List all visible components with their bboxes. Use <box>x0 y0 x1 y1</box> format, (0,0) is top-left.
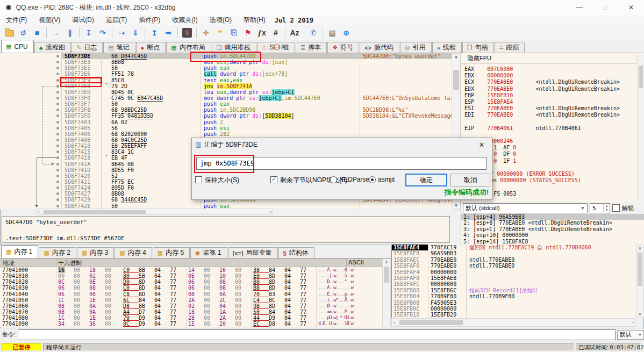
memory-row[interactable]: 7704101000000200805B04770E001000E08D0477… <box>0 273 382 279</box>
memory-row[interactable]: 7704100016001800C08B04771400160038840477… <box>0 267 382 273</box>
scroll-thumb[interactable] <box>638 253 642 286</box>
breakpoint-dot-icon[interactable] <box>56 145 59 147</box>
settings-globe-icon[interactable]: ⊕ <box>340 27 353 39</box>
register-row[interactable]: EDI 770EABE0 <ntdll.DbgUiRemoteBreakin> <box>464 112 644 118</box>
tab-graph[interactable]: ♣流程图 <box>34 42 71 53</box>
tab-notes[interactable]: ▤笔记 <box>103 42 135 53</box>
tab-dump4[interactable]: ▦内存 4 <box>115 247 152 258</box>
disassembly-hscrollbar[interactable]: ‹ › <box>37 209 273 215</box>
tab-locals[interactable]: [x=]局部变量 <box>228 247 278 258</box>
disasm-row[interactable]: 5D8F73F0C745 0C E047C45Dmov dword ptr ss… <box>0 95 452 101</box>
menu-item[interactable]: 视图(V) <box>33 16 66 25</box>
tab-threads[interactable]: »线程 <box>432 42 462 53</box>
patches-icon[interactable]: ✚ <box>199 27 212 39</box>
step-over-icon[interactable]: ↷ <box>96 27 109 39</box>
tab-dump2[interactable]: ▦内存 2 <box>39 247 76 258</box>
disasm-row[interactable]: 5D8F73E38B08mov ecx,dword ptr ds:[eax] <box>0 59 452 65</box>
minimize-button[interactable]: — <box>567 0 592 15</box>
scroll-thumb[interactable] <box>44 210 146 214</box>
memory-row[interactable]: 770410801C001E0070D9047728002A0044D90477… <box>0 315 382 321</box>
register-row[interactable]: ESI 770EABE0 <ntdll.DbgUiRemoteBreakin> <box>464 105 644 112</box>
scroll-thumb[interactable] <box>384 267 389 283</box>
scroll-thumb[interactable] <box>639 66 643 88</box>
maximize-button[interactable]: □ <box>592 0 618 15</box>
argument-row[interactable]: 4: [esp+10] 00000000 <box>461 232 644 238</box>
breakpoint-dot-icon[interactable] <box>56 103 59 105</box>
assemble-instruction-input[interactable]: jmp 0x5D8F73E9 <box>196 157 486 170</box>
step-out-icon[interactable]: ↥ <box>148 27 161 39</box>
breakpoint-dot-icon[interactable] <box>56 205 59 207</box>
scroll-thumb[interactable] <box>399 320 463 325</box>
stack-row[interactable]: 15E8FAEC770EABE0ntdll.770EABE0 <box>392 257 636 263</box>
register-row[interactable]: EBX 00000000 <box>464 73 644 79</box>
crc-icon[interactable]: # <box>269 27 282 39</box>
register-row[interactable]: EBP 15E8FB10 <box>464 92 644 99</box>
disasm-row[interactable]: 5D8F740668 82020000push 282 <box>0 131 452 137</box>
tab-source[interactable]: <>源代码 <box>360 42 399 53</box>
register-row[interactable]: ESP 15E8FAE4 <box>464 99 644 105</box>
execute-till-return-icon[interactable]: ⇓ <box>129 27 142 39</box>
breakpoint-dot-icon[interactable] <box>56 91 59 94</box>
stack-row[interactable]: 15E8FAF400000000 <box>392 269 636 275</box>
breakpoint-dot-icon[interactable] <box>56 198 59 201</box>
dialog-close-icon[interactable]: ✕ <box>475 141 489 149</box>
unlock-checkbox[interactable] <box>612 204 620 212</box>
register-row[interactable] <box>464 119 644 125</box>
argument-row[interactable]: 1: [esp+4] 96A59BB3 <box>461 214 644 220</box>
memory-scrollbar[interactable]: ∧ <box>382 258 391 327</box>
stack-row[interactable]: 15E8FB0C00000000 <box>392 306 636 312</box>
breakpoint-dot-icon[interactable] <box>56 133 59 135</box>
breakpoint-dot-icon[interactable] <box>56 114 59 117</box>
strings-icon[interactable]: S <box>182 28 192 38</box>
tab-script[interactable]: ≣脚本 <box>296 42 327 53</box>
memory-row[interactable]: 77041090340036000CD904771E002000ECD80477… <box>0 321 382 327</box>
breakpoint-dot-icon[interactable] <box>56 186 59 189</box>
breakpoint-dot-icon[interactable] <box>56 61 59 63</box>
run-icon[interactable]: → <box>49 27 62 39</box>
run-to-user-code-icon[interactable]: ⇒ <box>162 27 175 39</box>
calculator-icon[interactable]: ▦ <box>326 27 339 39</box>
breakpoint-dot-icon[interactable] <box>56 121 59 124</box>
tab-trace[interactable]: ∴跟踪 <box>495 42 525 53</box>
remote-icon[interactable]: ✆ <box>307 27 320 39</box>
stack-row[interactable]: 15E8FAF0770EABE0ntdll.770EABE0 <box>392 263 636 269</box>
ok-button[interactable]: 确定 <box>405 174 447 186</box>
nop-fill-checkbox[interactable] <box>270 176 277 183</box>
argument-row[interactable]: 5: [esp+14] 15E8FAE8 <box>461 239 644 245</box>
menu-item[interactable]: 文件(F) <box>0 16 33 25</box>
register-row[interactable]: EIP 770B4061 ntdll.770B4061 <box>464 125 644 132</box>
stack-row[interactable]: 15E8FB0015E8FB6C指向SEH_Record[1]的指针 <box>392 288 636 293</box>
stepper-arrows-icon[interactable]: ▴▾ <box>603 204 610 212</box>
arguments-list[interactable]: 1: [esp+4] 96A59BB32: [esp+8] 770EABE0 <… <box>461 214 644 245</box>
stack-row[interactable]: 15E8FAE896A59BB3 <box>392 250 636 256</box>
breakpoint-dot-icon[interactable] <box>56 169 59 171</box>
argument-row[interactable]: 2: [esp+8] 770EABE0 <ntdll.DbgUiRemoteBr… <box>461 220 644 226</box>
disasm-row[interactable]: 5D8F73E6FF51 78call dword ptr ds:[ecx+78… <box>0 71 452 77</box>
keep-size-checkbox[interactable] <box>195 176 202 183</box>
stack-row[interactable]: 15E8FB1015E8FB20 <box>392 312 636 318</box>
tab-struct[interactable]: §结构体 <box>278 247 314 258</box>
tab-handles[interactable]: ❒句柄 <box>462 42 494 53</box>
disasm-row[interactable]: 5D8F73EBˇ79 2Djns im.5D8F741A <box>0 83 452 89</box>
asmjit-radio[interactable] <box>369 176 376 183</box>
step-into-icon[interactable]: ↧ <box>82 27 95 39</box>
tab-dump3[interactable]: ▦内存 3 <box>77 247 114 258</box>
disasm-row[interactable]: 5D8F74036A 02push 2 <box>0 119 452 125</box>
scroll-right-icon[interactable]: › <box>632 320 634 325</box>
stack-row[interactable]: 15E8FB04770B9F80ntdll.770B9F80 <box>392 293 636 299</box>
restart-icon[interactable]: ↺ <box>17 27 30 39</box>
scroll-right-icon[interactable]: › <box>270 209 271 215</box>
breakpoint-dot-icon[interactable] <box>56 97 59 99</box>
menu-item[interactable]: 调试(D) <box>66 16 100 25</box>
register-row[interactable]: EDX 770EABE0 <ntdll.DbgUiRemoteBreakin> <box>464 86 644 92</box>
tab-watch1[interactable]: ◉监视 1 <box>190 247 227 258</box>
hide-fpu-button[interactable]: 隐藏FPU <box>461 53 644 63</box>
register-row[interactable]: ECX 770EABE0 <ntdll.DbgUiRemoteBreakin> <box>464 79 644 85</box>
memory-row[interactable]: 770410200C000E00D08D047706000800B08D0477… <box>0 279 382 285</box>
command-profile-select[interactable]: 默认 ▼ <box>617 330 644 340</box>
tab-cpu[interactable]: ▦CPU <box>1 40 34 53</box>
tab-memory-map[interactable]: ▦内存布局 <box>166 42 211 53</box>
memory-row[interactable]: 7704103006000800C08D047706000800B88D0477… <box>0 285 382 291</box>
breakpoint-dot-icon[interactable] <box>56 67 59 69</box>
memory-row[interactable]: 7704107008000A00A4D7047718001A0050840477… <box>0 309 382 315</box>
